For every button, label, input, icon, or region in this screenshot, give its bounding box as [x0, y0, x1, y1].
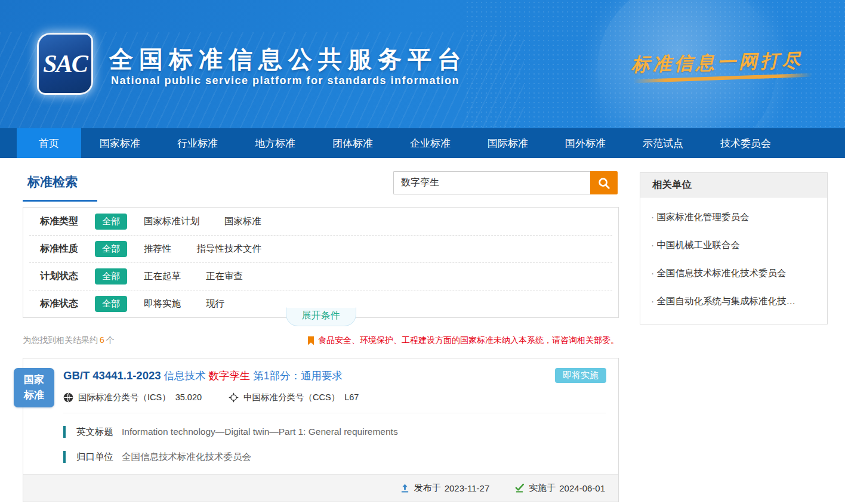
results-notice: 食品安全、环境保护、工程建设方面的国家标准未纳入本系统，请咨询相关部委。 [308, 335, 619, 346]
filter-label: 标准性质 [40, 243, 95, 255]
standard-title-part2: 第1部分：通用要求 [253, 370, 343, 382]
notice-text: 食品安全、环境保护、工程建设方面的国家标准未纳入本系统，请咨询相关部委。 [318, 335, 619, 346]
related-units-list: 国家标准化管理委员会 中国机械工业联合会 全国信息技术标准化技术委员会 全国自动… [640, 197, 827, 324]
nav-tab-group-standards[interactable]: 团体标准 [314, 128, 391, 158]
site-subtitle: National public service platform for sta… [111, 75, 459, 87]
nav-tab-industry-standards[interactable]: 行业标准 [159, 128, 236, 158]
filter-option[interactable]: 推荐性 [144, 243, 172, 255]
sac-logo-text: SAC [43, 50, 87, 78]
globe-icon [63, 392, 73, 403]
filter-option[interactable]: 即将实施 [144, 298, 181, 310]
ccs-value: L67 [344, 392, 359, 402]
implemented-date: 2024-06-01 [559, 483, 605, 493]
nav-tab-enterprise-standards[interactable]: 企业标准 [391, 128, 469, 158]
committee-value: 全国信息技术标准化技术委员会 [122, 451, 251, 463]
main-column: 标准检索 标准类型 全部 国家标准计划 国家标准 标准性质 全部 推荐性 [23, 170, 619, 502]
nav-tab-local-standards[interactable]: 地方标准 [236, 128, 314, 158]
implemented-date-item: 实施于 2024-06-01 [514, 483, 605, 494]
nav-tab-national-standards[interactable]: 国家标准 [81, 128, 159, 158]
sac-logo: SAC [37, 33, 93, 95]
teal-bar [63, 426, 66, 438]
sidebar: 相关单位 国家标准化管理委员会 中国机械工业联合会 全国信息技术标准化技术委员会… [640, 172, 828, 324]
committee-row: 归口单位 全国信息技术标准化技术委员会 [63, 451, 606, 463]
standard-title-link[interactable]: GB/T 43441.1-2023 信息技术 数字孪生 第1部分：通用要求 [63, 368, 343, 384]
published-date-item: 发布于 2023-11-27 [400, 483, 490, 494]
filter-option[interactable]: 国家标准 [224, 215, 261, 228]
english-title-row: 英文标题 Information technology—Digital twin… [63, 426, 606, 438]
ics-label: 国际标准分类号（ICS） [78, 392, 171, 403]
related-units-title: 相关单位 [640, 173, 827, 197]
search-box [393, 171, 618, 194]
search-section: 标准检索 [23, 170, 619, 207]
implement-check-icon [514, 483, 525, 493]
filter-label: 标准类型 [40, 215, 95, 228]
related-unit-item[interactable]: 中国机械工业联合会 [651, 231, 816, 259]
filter-option[interactable]: 现行 [206, 298, 224, 310]
ics-value: 35.020 [175, 392, 202, 402]
filter-row-plan-status: 计划状态 全部 正在起草 正在审查 [29, 262, 612, 290]
filter-option[interactable]: 国家标准计划 [144, 215, 199, 228]
published-date: 2023-11-27 [445, 483, 490, 493]
teal-bar [63, 451, 66, 463]
search-button[interactable] [590, 171, 618, 194]
filter-label: 标准状态 [40, 298, 95, 310]
site-slogan: 标准信息一网打尽 [631, 48, 803, 78]
national-standard-badge: 国家 标准 [14, 368, 54, 407]
site-title: 全国标准信息公共服务平台 [109, 43, 467, 76]
card-body: GB/T 43441.1-2023 信息技术 数字孪生 第1部分：通用要求 即将… [23, 358, 618, 474]
filter-panel: 标准类型 全部 国家标准计划 国家标准 标准性质 全部 推荐性 指导性技术文件 … [23, 207, 619, 318]
nav-tab-international-standards[interactable]: 国际标准 [469, 128, 547, 158]
nav-tab-pilot[interactable]: 示范试点 [624, 128, 702, 158]
related-unit-item[interactable]: 国家标准化管理委员会 [651, 203, 816, 231]
filter-option[interactable]: 指导性技术文件 [197, 243, 262, 255]
bookmark-icon [308, 336, 314, 345]
expand-conditions-button[interactable]: 展开条件 [286, 307, 356, 326]
standard-title-highlight: 数字孪生 [208, 370, 250, 382]
section-title-standard-search: 标准检索 [23, 170, 97, 202]
ccs-label: 中国标准分类号（CCS） [243, 392, 340, 403]
ccs-meta: 中国标准分类号（CCS） L67 [229, 392, 359, 403]
english-title-value: Information technology—Digital twin—Part… [122, 426, 398, 437]
compass-icon [229, 392, 239, 403]
published-label: 发布于 [414, 483, 441, 494]
related-units-panel: 相关单位 国家标准化管理委员会 中国机械工业联合会 全国信息技术标准化技术委员会… [640, 172, 828, 324]
results-info-row: 为您找到相关结果约6个 食品安全、环境保护、工程建设方面的国家标准未纳入本系统，… [23, 334, 619, 347]
ics-meta: 国际标准分类号（ICS） 35.020 [63, 392, 202, 403]
filter-option[interactable]: 正在起草 [144, 270, 181, 283]
filter-all-button[interactable]: 全部 [95, 241, 127, 257]
related-unit-item[interactable]: 全国信息技术标准化技术委员会 [651, 259, 816, 287]
nav-tab-home[interactable]: 首页 [17, 128, 81, 158]
detail-label: 归口单位 [76, 451, 113, 463]
filter-row-standard-nature: 标准性质 全部 推荐性 指导性技术文件 [29, 235, 612, 262]
standard-title-part1: 信息技术 [164, 370, 205, 382]
standard-code: GB/T 43441.1-2023 [63, 369, 161, 382]
nav-tab-technical-committee[interactable]: 技术委员会 [702, 128, 790, 158]
filter-row-standard-type: 标准类型 全部 国家标准计划 国家标准 [23, 208, 618, 235]
result-card: 国家 标准 GB/T 43441.1-2023 信息技术 数字孪生 第1部分：通… [23, 358, 619, 502]
status-badge: 即将实施 [555, 368, 606, 383]
search-icon [597, 177, 610, 190]
related-unit-item[interactable]: 全国自动化系统与集成标准化技… [651, 287, 816, 316]
header-banner: SAC 全国标准信息公共服务平台 National public service… [0, 0, 845, 128]
card-meta-row: 国际标准分类号（ICS） 35.020 中国标准分类号（CCS） L67 [63, 392, 606, 413]
filter-all-button[interactable]: 全部 [95, 268, 127, 285]
results-count: 为您找到相关结果约6个 [23, 335, 115, 346]
publish-upload-icon [400, 483, 410, 493]
implemented-label: 实施于 [529, 483, 556, 494]
main-nav: 首页 国家标准 行业标准 地方标准 团体标准 企业标准 国际标准 国外标准 示范… [0, 128, 845, 158]
filter-all-button[interactable]: 全部 [95, 296, 127, 312]
detail-label: 英文标题 [76, 426, 113, 438]
search-input[interactable] [393, 171, 590, 194]
card-footer: 发布于 2023-11-27 实施于 2024-06-01 [23, 474, 618, 502]
card-title-row: GB/T 43441.1-2023 信息技术 数字孪生 第1部分：通用要求 即将… [63, 368, 606, 384]
filter-all-button[interactable]: 全部 [95, 214, 127, 230]
filter-option[interactable]: 正在审查 [206, 270, 243, 283]
nav-tab-foreign-standards[interactable]: 国外标准 [547, 128, 624, 158]
filter-label: 计划状态 [40, 270, 95, 283]
